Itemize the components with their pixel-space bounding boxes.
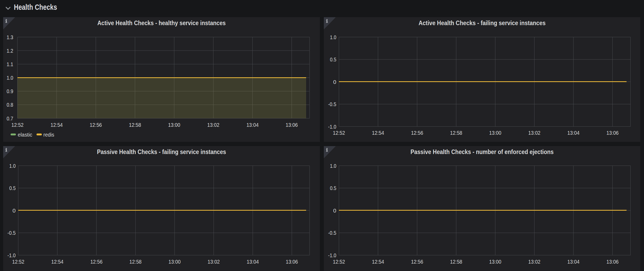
svg-text:12:54: 12:54 xyxy=(372,130,384,136)
svg-text:13:04: 13:04 xyxy=(567,130,579,136)
svg-text:1.3: 1.3 xyxy=(7,34,13,40)
svg-text:0.9: 0.9 xyxy=(7,88,13,94)
svg-text:-1.0: -1.0 xyxy=(7,252,16,258)
svg-text:12:58: 12:58 xyxy=(129,122,141,128)
svg-text:13:00: 13:00 xyxy=(168,122,180,128)
svg-text:Active Health Checks - healthy: Active Health Checks - healthy service i… xyxy=(97,19,226,26)
svg-text:13:00: 13:00 xyxy=(489,130,501,136)
svg-text:12:58: 12:58 xyxy=(450,130,462,136)
svg-text:-0.5: -0.5 xyxy=(328,230,336,236)
svg-text:13:00: 13:00 xyxy=(489,259,501,265)
svg-text:0.7: 0.7 xyxy=(7,115,13,121)
svg-text:13:06: 13:06 xyxy=(286,259,298,265)
svg-text:12:56: 12:56 xyxy=(411,259,423,265)
svg-text:13:04: 13:04 xyxy=(247,259,259,265)
svg-text:1.0: 1.0 xyxy=(330,163,336,169)
svg-text:13:02: 13:02 xyxy=(528,259,541,265)
svg-text:13:00: 13:00 xyxy=(169,259,181,265)
svg-text:12:52: 12:52 xyxy=(11,122,24,128)
svg-text:13:06: 13:06 xyxy=(606,259,619,265)
svg-text:Passive Health Checks - failin: Passive Health Checks - failing service … xyxy=(97,148,226,155)
svg-text:0.8: 0.8 xyxy=(7,102,13,108)
svg-text:Active Health Checks - failing: Active Health Checks - failing service i… xyxy=(419,19,546,26)
svg-text:12:56: 12:56 xyxy=(411,130,423,136)
svg-text:1.2: 1.2 xyxy=(7,48,13,54)
svg-text:13:02: 13:02 xyxy=(208,259,220,265)
svg-text:0: 0 xyxy=(333,207,336,214)
svg-text:12:52: 12:52 xyxy=(333,130,345,136)
svg-text:Health Checks: Health Checks xyxy=(14,3,57,11)
svg-text:13:02: 13:02 xyxy=(528,130,541,136)
svg-text:elastic: elastic xyxy=(18,132,32,138)
svg-text:12:54: 12:54 xyxy=(372,259,384,265)
svg-text:0: 0 xyxy=(333,79,336,85)
svg-text:1.1: 1.1 xyxy=(7,61,13,67)
svg-text:1.0: 1.0 xyxy=(330,34,336,40)
svg-text:Passive Health Checks - number: Passive Health Checks - number of enforc… xyxy=(411,148,554,155)
svg-text:0.5: 0.5 xyxy=(9,185,16,191)
svg-text:12:54: 12:54 xyxy=(51,259,64,265)
svg-text:0.5: 0.5 xyxy=(330,185,336,191)
svg-text:-1.0: -1.0 xyxy=(328,124,336,130)
svg-text:1.0: 1.0 xyxy=(7,75,13,81)
svg-text:redis: redis xyxy=(43,132,54,138)
svg-text:12:56: 12:56 xyxy=(90,122,102,128)
svg-text:0: 0 xyxy=(12,207,16,214)
svg-text:13:04: 13:04 xyxy=(567,259,579,265)
svg-text:12:56: 12:56 xyxy=(90,259,102,265)
svg-text:1.0: 1.0 xyxy=(9,163,16,169)
svg-text:-1.0: -1.0 xyxy=(328,252,336,258)
svg-text:12:52: 12:52 xyxy=(12,259,24,265)
svg-text:13:06: 13:06 xyxy=(606,130,619,136)
svg-text:13:04: 13:04 xyxy=(246,122,258,128)
svg-text:12:58: 12:58 xyxy=(129,259,142,265)
svg-text:-0.5: -0.5 xyxy=(7,230,16,236)
svg-text:12:58: 12:58 xyxy=(450,259,462,265)
svg-text:13:06: 13:06 xyxy=(286,122,298,128)
svg-text:0.5: 0.5 xyxy=(330,56,336,62)
svg-text:12:54: 12:54 xyxy=(51,122,63,128)
svg-text:12:52: 12:52 xyxy=(333,259,345,265)
svg-text:-0.5: -0.5 xyxy=(328,101,336,107)
svg-text:13:02: 13:02 xyxy=(207,122,219,128)
